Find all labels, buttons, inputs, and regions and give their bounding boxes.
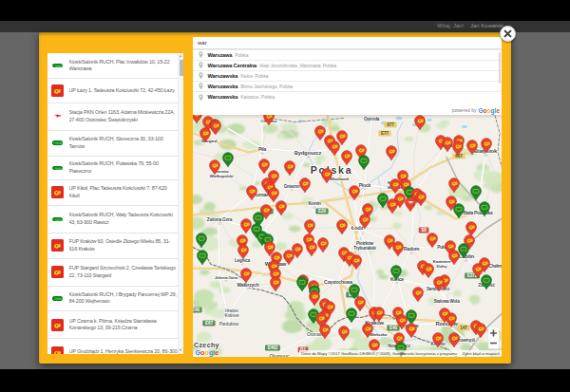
svg-text:Bydgoszcz: Bydgoszcz: [294, 149, 322, 155]
svg-text:PiotrkówTrybunalski: PiotrkówTrybunalski: [353, 240, 375, 250]
svg-text:Warunki korzystania z programu: Warunki korzystania z programu: [400, 350, 458, 355]
svg-text:E20: E20: [318, 209, 327, 214]
svg-text:Łódź: Łódź: [352, 225, 364, 231]
svg-text:Wieliczka: Wieliczka: [370, 332, 388, 337]
svg-text:Olomouc: Olomouc: [269, 353, 289, 357]
svg-text:E67: E67: [205, 321, 214, 326]
svg-text:Chełm: Chełm: [488, 263, 502, 268]
svg-text:Jelenia Góra: Jelenia Góra: [215, 274, 238, 279]
svg-text:Częstochowa: Częstochowa: [324, 278, 352, 284]
svg-text:Piła: Piła: [258, 146, 267, 152]
svg-text:Stalowa Wola: Stalowa Wola: [433, 298, 460, 303]
svg-text:E462: E462: [268, 345, 278, 350]
svg-text:Legnica: Legnica: [235, 257, 251, 262]
svg-text:HradecKrálové: HradecKrálové: [224, 308, 239, 317]
svg-text:Wałbrzych: Wałbrzych: [237, 281, 258, 287]
svg-text:E40: E40: [390, 326, 398, 330]
svg-text:677: 677: [387, 122, 394, 127]
svg-text:Włocławek: Włocławek: [330, 176, 350, 180]
svg-text:Zielona Góra: Zielona Góra: [207, 217, 233, 222]
svg-text:667: 667: [455, 154, 463, 159]
svg-text:Gniezno: Gniezno: [284, 183, 300, 188]
svg-text:E77: E77: [381, 131, 390, 136]
svg-text:S8: S8: [421, 228, 427, 233]
svg-text:Dane do Mapy ©2017 GeoBasis-DE: Dane do Mapy ©2017 GeoBasis-DE/BKG (©200…: [301, 350, 406, 355]
svg-text:E40: E40: [193, 308, 200, 312]
svg-text:Pardubice: Pardubice: [219, 321, 239, 326]
svg-text:147: 147: [460, 326, 467, 330]
svg-text:Płock: Płock: [359, 181, 371, 187]
svg-text:Google: Google: [196, 347, 219, 356]
svg-text:Zgłoś błąd w mapach: Zgłoś błąd w mapach: [462, 350, 500, 355]
svg-text:Konin: Konin: [308, 200, 320, 206]
svg-text:Radom: Radom: [404, 246, 420, 252]
